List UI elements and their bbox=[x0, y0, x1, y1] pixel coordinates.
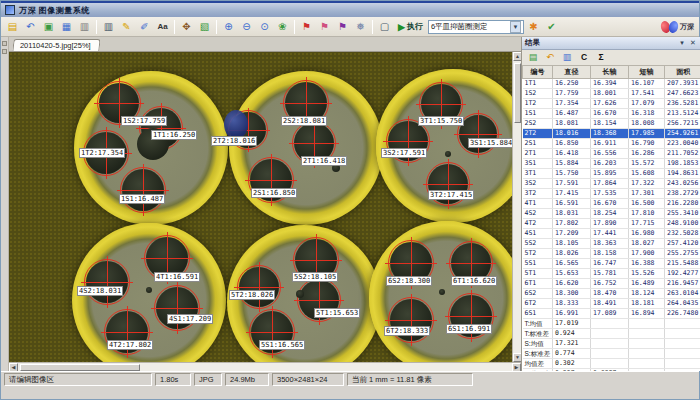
check-icon[interactable]: ✔ bbox=[543, 19, 560, 35]
table-row[interactable]: 3T115.75015.89515.608194.8631 bbox=[523, 168, 700, 178]
inhibition-zone[interactable] bbox=[122, 169, 164, 211]
pencil-icon[interactable]: ✎ bbox=[118, 19, 135, 35]
zone-label: 1S1:16.487 bbox=[119, 194, 165, 204]
table-row[interactable]: 4T217.80217.89017.715248.9100 bbox=[523, 218, 700, 228]
image-viewport[interactable]: 1T1:16.2501S2:17.7591T2:17.3541S1:16.487… bbox=[9, 52, 512, 362]
table-row[interactable]: 1S217.75918.00117.541247.6623 bbox=[523, 88, 700, 98]
value-cell: 255.2755 bbox=[665, 248, 700, 258]
copy-icon[interactable]: ▥ bbox=[76, 19, 93, 35]
flag-red-icon[interactable]: ⚑ bbox=[298, 19, 315, 35]
table-row[interactable]: 5S218.10518.36318.027257.4120 bbox=[523, 238, 700, 248]
zone-id-cell: 5S1 bbox=[523, 258, 553, 268]
horizontal-scrollbar[interactable]: ◀ ▶ bbox=[9, 362, 521, 371]
undo-icon[interactable]: ↶ bbox=[543, 51, 557, 64]
image-icon[interactable]: ▧ bbox=[196, 19, 213, 35]
zoom-in-icon[interactable]: ⊕ bbox=[220, 19, 237, 35]
table-row[interactable]: 5T218.02618.15817.900255.2755 bbox=[523, 248, 700, 258]
table-row[interactable]: 2S116.85016.91116.790223.0040 bbox=[523, 138, 700, 148]
value-cell: 17.089 bbox=[591, 308, 629, 318]
inhibition-zone[interactable] bbox=[86, 261, 128, 303]
table-row[interactable]: 6S218.30018.47018.124263.0104 bbox=[523, 288, 700, 298]
print-icon[interactable]: ▥ bbox=[560, 51, 574, 64]
zoom-out-icon[interactable]: ⊖ bbox=[238, 19, 255, 35]
value-cell: 211.7052 bbox=[665, 148, 700, 158]
crosshair-icon bbox=[289, 143, 339, 144]
column-header-1[interactable]: 编号 bbox=[523, 66, 553, 78]
save-icon[interactable]: ▦ bbox=[58, 19, 75, 35]
value-cell: 18.254 bbox=[591, 208, 629, 218]
gear-icon[interactable]: ✱ bbox=[525, 19, 542, 35]
zone-id-cell: 3S1 bbox=[523, 158, 553, 168]
photo-icon[interactable]: ▣ bbox=[40, 19, 57, 35]
column-header-5[interactable]: 面积 bbox=[665, 66, 700, 78]
text-icon[interactable]: Aa bbox=[154, 19, 171, 35]
vscroll-thumb[interactable] bbox=[514, 63, 521, 123]
pin-icon[interactable]: ▾ bbox=[677, 39, 687, 47]
summary-row[interactable]: S:标准差0.774 bbox=[523, 348, 700, 358]
petri-dish-2[interactable] bbox=[229, 71, 383, 225]
column-header-4[interactable]: 短轴 bbox=[629, 66, 665, 78]
clear-button[interactable]: C bbox=[577, 51, 591, 64]
measure-mode-dropdown[interactable]: 6平皿抑菌圈测定▼ bbox=[428, 20, 524, 34]
column-header-3[interactable]: 长轴 bbox=[591, 66, 629, 78]
table-row[interactable]: 6T218.33318.49118.181264.0435 bbox=[523, 298, 700, 308]
image-tab[interactable]: 20110420-5.jpg[25%] bbox=[12, 39, 100, 51]
table-row[interactable]: 4S218.03118.25417.810255.3410 bbox=[523, 208, 700, 218]
dock-handle-icon[interactable] bbox=[2, 49, 7, 54]
execute-button[interactable]: ▶执行 bbox=[394, 19, 427, 34]
table-row[interactable]: 2T218.01618.36817.985254.9261 bbox=[523, 128, 700, 138]
screen-icon[interactable]: ▢ bbox=[376, 19, 393, 35]
table-row[interactable]: 3S115.88416.20315.572198.1853 bbox=[523, 158, 700, 168]
toolbar-separator bbox=[372, 20, 373, 34]
table-row[interactable]: 2T116.41816.55616.286211.7052 bbox=[523, 148, 700, 158]
summary-row[interactable]: S:均值17.321 bbox=[523, 338, 700, 348]
toolbar-separator bbox=[96, 20, 97, 34]
value-cell: 207.3931 bbox=[665, 78, 700, 88]
snow-icon[interactable]: ❅ bbox=[352, 19, 369, 35]
title-bar[interactable]: 万深 图像测量系统 bbox=[1, 1, 699, 17]
value-cell: 16.203 bbox=[591, 158, 629, 168]
table-row[interactable]: 6S116.99117.08916.894226.7480 bbox=[523, 308, 700, 318]
table-row[interactable]: 6T116.62016.75216.489216.9457 bbox=[523, 278, 700, 288]
dock-handle-icon[interactable] bbox=[2, 41, 7, 46]
value-cell: 15.572 bbox=[629, 158, 665, 168]
table-row[interactable]: 1T217.35417.62617.079236.5281 bbox=[523, 98, 700, 108]
value-cell: 215.5488 bbox=[665, 258, 700, 268]
summary-row[interactable]: T:均值17.019 bbox=[523, 318, 700, 328]
table-row[interactable]: 3T217.41517.53517.301238.2729 bbox=[523, 188, 700, 198]
open-icon[interactable]: ▤ bbox=[4, 19, 21, 35]
annotate-icon[interactable]: ✐ bbox=[136, 19, 153, 35]
chevron-down-icon[interactable]: ▼ bbox=[510, 21, 521, 33]
table-row[interactable]: 5S116.56516.74716.388215.5488 bbox=[523, 258, 700, 268]
table-row[interactable]: 5T115.65315.78115.526192.4277 bbox=[523, 268, 700, 278]
table-row[interactable]: 4S117.20917.44116.980232.5028 bbox=[523, 228, 700, 238]
flag-purple-icon[interactable]: ⚑ bbox=[334, 19, 351, 35]
table-row[interactable]: 1T116.25016.39416.107207.3931 bbox=[523, 78, 700, 88]
toolbar-separator bbox=[174, 20, 175, 34]
value-cell: 243.0256 bbox=[665, 178, 700, 188]
zoom-fit-icon[interactable]: ⊙ bbox=[256, 19, 273, 35]
inhibition-zone[interactable] bbox=[239, 267, 279, 307]
export-icon[interactable]: ▤ bbox=[526, 51, 540, 64]
table-row[interactable]: 2S218.08118.15418.008256.7215 bbox=[523, 118, 700, 128]
summary-row[interactable]: T:标准差0.924 bbox=[523, 328, 700, 338]
hscroll-thumb[interactable] bbox=[20, 364, 140, 371]
petri-dish-6[interactable] bbox=[369, 221, 512, 362]
table-row[interactable]: 1S116.48716.67016.318213.5124 bbox=[523, 108, 700, 118]
summary-label-cell: S:标准差 bbox=[523, 348, 553, 358]
leaf-icon[interactable]: ❀ bbox=[274, 19, 291, 35]
vertical-scrollbar[interactable]: ▲ ▼ bbox=[512, 52, 521, 362]
print-icon[interactable]: ▥ bbox=[100, 19, 117, 35]
back-icon[interactable]: ↶ bbox=[22, 19, 39, 35]
close-icon[interactable]: ✕ bbox=[688, 39, 698, 47]
table-row[interactable]: 4T116.59116.67016.500216.2280 bbox=[523, 198, 700, 208]
flag-pink-icon[interactable]: ⚑ bbox=[316, 19, 333, 35]
summary-value-cell: 0.302 bbox=[553, 358, 591, 368]
grab-icon[interactable]: ✥ bbox=[178, 19, 195, 35]
table-row[interactable]: 3S217.59117.86417.322243.0256 bbox=[523, 178, 700, 188]
column-header-2[interactable]: 直径 bbox=[553, 66, 591, 78]
value-cell: 17.759 bbox=[553, 88, 591, 98]
summary-row[interactable]: 均值差0.302 bbox=[523, 358, 700, 368]
sum-button[interactable]: Σ bbox=[594, 51, 608, 64]
summary-value-cell bbox=[665, 348, 700, 358]
